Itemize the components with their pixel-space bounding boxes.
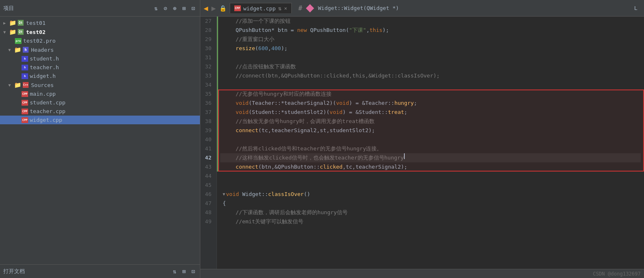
line-num-30: 30	[204, 44, 213, 53]
code-line-36: void(Teacher::*teacherSignal2)(void) = &…	[220, 99, 641, 108]
folder-icon-headers: 📁	[14, 46, 21, 53]
status-bar: CSDN @dong132697	[200, 269, 644, 278]
sidebar-bottom: 打开文档 ⇅ ⊞ ⊡	[0, 264, 200, 278]
line-numbers: 27 28 29 30 31 32 33 34 35 36 37 38 39 4…	[200, 17, 217, 269]
code-line-34	[220, 80, 641, 89]
sidebar-item-test02[interactable]: ▼ 📁 Qt test02	[0, 27, 200, 36]
cpp-file-icon-main: CPP	[22, 91, 28, 97]
bottom-image-icon[interactable]: ⊡	[190, 267, 197, 276]
line-num-40: 40	[204, 135, 213, 144]
h-file-icon-widget: h	[22, 73, 28, 79]
add-icon[interactable]: ⊞	[180, 4, 187, 12]
sidebar-label-student-cpp: student.cpp	[30, 99, 65, 106]
h-file-icon-teacher: h	[22, 65, 28, 70]
cpp-file-icon-widget: CPP	[22, 117, 28, 123]
forward-arrow[interactable]: ▶	[211, 4, 216, 12]
toolbar-left: 项目 ⇅ ⊘ ⊕ ⊞ ⊡	[0, 0, 200, 16]
sidebar-item-main-cpp[interactable]: CPP main.cpp	[0, 89, 200, 98]
sidebar: ▶ 📁 Qt test01 ▼ 📁 Qt test02 pro test02.p…	[0, 17, 200, 278]
line-num-49: 49	[204, 217, 213, 226]
sidebar-label-widget-h: widget.h	[30, 73, 56, 79]
sidebar-item-widget-cpp[interactable]: CPP widget.cpp	[0, 116, 200, 124]
editor-content[interactable]: 27 28 29 30 31 32 33 34 35 36 37 38 39 4…	[200, 17, 644, 269]
cursor	[404, 153, 405, 159]
line-num-33: 33	[204, 71, 213, 80]
lock-icon: 🔒	[219, 5, 226, 12]
line-num-41: 41	[204, 144, 213, 153]
code-line-33: //connect(btn,&QPushButton::clicked,this…	[220, 71, 641, 80]
sidebar-label-main-cpp: main.cpp	[30, 91, 56, 97]
link-icon[interactable]: ⊕	[171, 4, 178, 12]
h-file-icon-student: h	[22, 56, 28, 62]
sidebar-label-test01: test01	[26, 20, 46, 26]
sidebar-label-test02pro: test02.pro	[23, 38, 55, 44]
close-tab-button[interactable]: ✕	[284, 5, 287, 11]
cpp-badge-sources: C++	[23, 82, 29, 88]
code-line-32: //点击按钮触发下课函数	[220, 62, 641, 71]
sidebar-tree: ▶ 📁 Qt test01 ▼ 📁 Qt test02 pro test02.p…	[0, 17, 200, 264]
fold-arrow-46[interactable]: ▼	[223, 190, 225, 199]
sidebar-item-headers[interactable]: ▼ 📁 h Headers	[0, 45, 200, 54]
sidebar-label-teacher-cpp: teacher.cpp	[30, 108, 65, 114]
code-line-35: //无参信号hungry和对应的槽函数连接	[220, 89, 641, 99]
collapse-arrow-test02: ▼	[3, 30, 7, 34]
line-num-43: 43	[204, 162, 213, 172]
sidebar-item-test02pro[interactable]: pro test02.pro	[0, 36, 200, 45]
code-line-38: //当触发无参信号hungry时，会调用无参的treat槽函数	[220, 117, 641, 126]
sidebar-item-sources[interactable]: ▼ 📁 C++ Sources	[0, 80, 200, 89]
line-num-28: 28	[204, 26, 213, 35]
line-num-45: 45	[204, 181, 213, 190]
code-line-46: ▼ void Widget::classIsOver()	[220, 190, 641, 199]
bookmark-icon	[306, 4, 314, 12]
code-line-29: //重置窗口大小	[220, 35, 641, 44]
line-num-31: 31	[204, 53, 213, 62]
sidebar-label-headers: Headers	[31, 47, 54, 53]
tab-nav-arrows: ⇅	[278, 5, 281, 12]
code-line-37: void(Student::*studentSlot2)(void) = &St…	[220, 108, 641, 117]
image-icon[interactable]: ⊡	[190, 4, 197, 12]
line-num-38: 38	[204, 117, 213, 126]
line-num-47: 47	[204, 199, 213, 208]
git-gutter-green	[217, 17, 218, 172]
code-line-27: //添加一个下课的按钮	[220, 17, 641, 26]
folder-icon-sources: 📁	[14, 82, 21, 88]
code-line-43: connect(btn,&QPushButton::clicked,tc,tea…	[220, 162, 641, 172]
sidebar-item-student-h[interactable]: h student.h	[0, 54, 200, 63]
sidebar-item-student-cpp[interactable]: CPP student.cpp	[0, 98, 200, 107]
code-line-44	[220, 172, 641, 181]
bottom-add-icon[interactable]: ⊞	[180, 267, 187, 276]
code-lines[interactable]: //添加一个下课的按钮 QPushButton* btn = new QPush…	[217, 17, 644, 269]
line-num-36: 36	[204, 99, 213, 108]
qt-badge-test01: Qt	[18, 20, 24, 26]
sidebar-item-widget-h[interactable]: h widget.h	[0, 72, 200, 80]
line-num-46: 46	[204, 190, 213, 199]
up-down-icon[interactable]: ⇅	[153, 4, 159, 12]
cpp-file-icon-teacher: CPP	[22, 109, 28, 114]
sidebar-item-teacher-cpp[interactable]: CPP teacher.cpp	[0, 107, 200, 116]
collapse-arrow-sources: ▼	[8, 83, 12, 87]
code-line-30: resize(600,400);	[220, 44, 641, 53]
sidebar-item-teacher-h[interactable]: h teacher.h	[0, 63, 200, 72]
filter-icon[interactable]: ⊘	[162, 4, 168, 12]
code-editor[interactable]: 27 28 29 30 31 32 33 34 35 36 37 38 39 4…	[200, 17, 644, 278]
file-tab-label: widget.cpp	[243, 5, 276, 12]
back-arrow[interactable]: ◀	[204, 4, 208, 12]
cpp-icon: CPP	[234, 5, 241, 11]
bottom-updown-icon[interactable]: ⇅	[171, 267, 178, 276]
code-line-39: connect(tc,teacherSignal2,st,studentSlot…	[220, 126, 641, 135]
code-line-31	[220, 53, 641, 62]
line-num-48: 48	[204, 208, 213, 217]
line-indicator: L	[634, 5, 641, 11]
line-num-34: 34	[204, 80, 213, 89]
breadcrumb: Widget::Widget(QWidget *)	[318, 5, 399, 11]
open-docs-label: 打开文档	[3, 268, 25, 275]
sidebar-item-test01[interactable]: ▶ 📁 Qt test01	[0, 18, 200, 27]
line-num-44: 44	[204, 172, 213, 181]
line-num-39: 39	[204, 126, 213, 135]
code-line-45	[220, 181, 641, 190]
line-num-42: 42	[204, 153, 213, 162]
folder-icon-test01: 📁	[9, 19, 16, 26]
file-tab-widget-cpp[interactable]: CPP widget.cpp ⇅ ✕	[230, 3, 292, 13]
sidebar-label-student-h: student.h	[30, 56, 59, 62]
app-container: 项目 ⇅ ⊘ ⊕ ⊞ ⊡ ◀ ▶ 🔒 CPP widget.cpp ⇅ ✕ #	[0, 0, 644, 278]
